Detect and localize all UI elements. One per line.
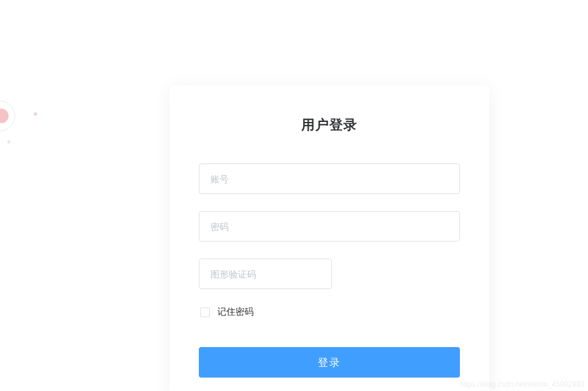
- bg-dot-decoration: [7, 140, 10, 143]
- watermark-text: https://blog.csdn.net/weixin_45092983: [460, 380, 584, 389]
- login-card: 用户登录 记住密码 登录: [170, 85, 489, 391]
- remember-checkbox[interactable]: [200, 307, 210, 317]
- bg-dot-decoration: [34, 112, 37, 116]
- captcha-input[interactable]: [199, 259, 332, 289]
- login-button[interactable]: 登录: [199, 347, 460, 378]
- remember-row: 记住密码: [199, 306, 460, 318]
- username-input[interactable]: [199, 163, 460, 194]
- login-title: 用户登录: [199, 116, 460, 134]
- remember-label[interactable]: 记住密码: [217, 306, 254, 318]
- password-input[interactable]: [199, 211, 460, 242]
